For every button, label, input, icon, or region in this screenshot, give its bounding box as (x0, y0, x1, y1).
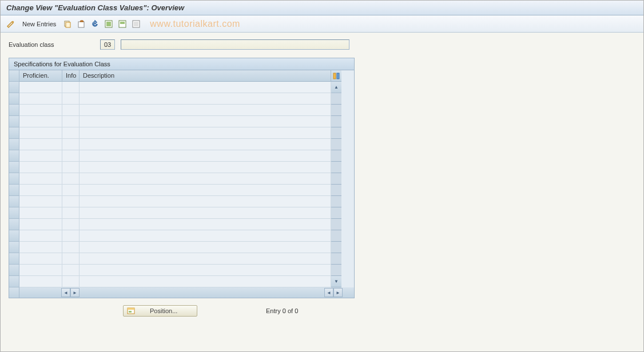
cell-proficiency[interactable] (19, 105, 62, 116)
vscroll-track[interactable] (331, 93, 341, 105)
row-selector[interactable] (9, 105, 19, 116)
row-selector[interactable] (9, 162, 19, 173)
cell-description[interactable] (79, 185, 331, 196)
cell-proficiency[interactable] (19, 230, 62, 242)
cell-proficiency[interactable] (19, 219, 62, 230)
evaluation-class-desc-input[interactable] (121, 39, 349, 50)
cell-description[interactable] (79, 105, 331, 116)
vscroll-track[interactable] (331, 173, 341, 185)
cell-description[interactable] (79, 162, 331, 173)
table-select-all-corner[interactable] (9, 70, 19, 82)
cell-info[interactable] (62, 276, 79, 287)
hscroll-right-icon[interactable]: ► (70, 288, 79, 297)
deselect-all-icon[interactable] (130, 18, 142, 30)
cell-info[interactable] (62, 82, 79, 93)
cell-description[interactable] (79, 173, 331, 185)
cell-proficiency[interactable] (19, 150, 62, 162)
cell-description[interactable] (79, 253, 331, 265)
row-selector[interactable] (9, 116, 19, 127)
cell-description[interactable] (79, 93, 331, 105)
row-selector[interactable] (9, 93, 19, 105)
row-selector[interactable] (9, 150, 19, 162)
row-selector[interactable] (9, 185, 19, 196)
copy-as-icon[interactable] (62, 18, 73, 30)
row-selector[interactable] (9, 127, 19, 139)
cell-proficiency[interactable] (19, 93, 62, 105)
cell-info[interactable] (62, 219, 79, 230)
vscroll-up-icon[interactable]: ▲ (331, 82, 341, 93)
row-selector[interactable] (9, 196, 19, 207)
cell-proficiency[interactable] (19, 162, 62, 173)
hscroll-right2-icon[interactable]: ► (333, 288, 343, 297)
column-header-info[interactable]: Info (62, 70, 79, 82)
cell-info[interactable] (62, 185, 79, 196)
cell-info[interactable] (62, 230, 79, 242)
cell-description[interactable] (79, 150, 331, 162)
vscroll-track[interactable] (331, 253, 341, 265)
row-selector[interactable] (9, 139, 19, 150)
cell-proficiency[interactable] (19, 173, 62, 185)
cell-proficiency[interactable] (19, 185, 62, 196)
cell-proficiency[interactable] (19, 207, 62, 219)
cell-proficiency[interactable] (19, 265, 62, 276)
cell-description[interactable] (79, 265, 331, 276)
row-selector[interactable] (9, 242, 19, 253)
cell-info[interactable] (62, 265, 79, 276)
cell-info[interactable] (62, 207, 79, 219)
evaluation-class-code-input[interactable] (100, 39, 115, 50)
cell-description[interactable] (79, 196, 331, 207)
cell-info[interactable] (62, 196, 79, 207)
cell-info[interactable] (62, 162, 79, 173)
vscroll-track[interactable] (331, 150, 341, 162)
cell-info[interactable] (62, 173, 79, 185)
cell-info[interactable] (62, 127, 79, 139)
row-selector[interactable] (9, 207, 19, 219)
vscroll-track[interactable] (331, 127, 341, 139)
cell-proficiency[interactable] (19, 242, 62, 253)
row-selector[interactable] (9, 253, 19, 265)
cell-proficiency[interactable] (19, 82, 62, 93)
row-selector[interactable] (9, 82, 19, 93)
cell-info[interactable] (62, 93, 79, 105)
cell-description[interactable] (79, 116, 331, 127)
vscroll-track[interactable] (331, 196, 341, 207)
column-header-description[interactable]: Description (79, 70, 331, 82)
undo-change-icon[interactable] (89, 18, 101, 30)
vscroll-track[interactable] (331, 105, 341, 116)
cell-proficiency[interactable] (19, 196, 62, 207)
table-configure-icon[interactable] (331, 70, 341, 82)
cell-proficiency[interactable] (19, 139, 62, 150)
vscroll-track[interactable] (331, 116, 341, 127)
cell-info[interactable] (62, 139, 79, 150)
toggle-change-icon[interactable] (5, 18, 17, 30)
cell-proficiency[interactable] (19, 253, 62, 265)
cell-proficiency[interactable] (19, 127, 62, 139)
hscroll-left2-icon[interactable]: ◄ (324, 288, 333, 297)
cell-info[interactable] (62, 253, 79, 265)
row-selector[interactable] (9, 219, 19, 230)
vscroll-track[interactable] (331, 162, 341, 173)
delete-icon[interactable] (75, 18, 87, 30)
select-all-icon[interactable] (103, 18, 114, 30)
cell-description[interactable] (79, 219, 331, 230)
position-button[interactable]: Position... (123, 305, 197, 317)
row-selector[interactable] (9, 276, 19, 287)
cell-description[interactable] (79, 127, 331, 139)
vscroll-track[interactable] (331, 242, 341, 253)
vscroll-track[interactable] (331, 207, 341, 219)
new-entries-button[interactable]: New Entries (19, 19, 59, 29)
cell-proficiency[interactable] (19, 276, 62, 287)
cell-description[interactable] (79, 230, 331, 242)
cell-description[interactable] (79, 242, 331, 253)
cell-proficiency[interactable] (19, 116, 62, 127)
cell-info[interactable] (62, 150, 79, 162)
row-selector[interactable] (9, 265, 19, 276)
vscroll-track[interactable] (331, 230, 341, 242)
vscroll-track[interactable] (331, 139, 341, 150)
cell-description[interactable] (79, 82, 331, 93)
cell-description[interactable] (79, 207, 331, 219)
hscroll-left-icon[interactable]: ◄ (61, 288, 70, 297)
cell-info[interactable] (62, 116, 79, 127)
cell-description[interactable] (79, 139, 331, 150)
cell-description[interactable] (79, 276, 331, 287)
